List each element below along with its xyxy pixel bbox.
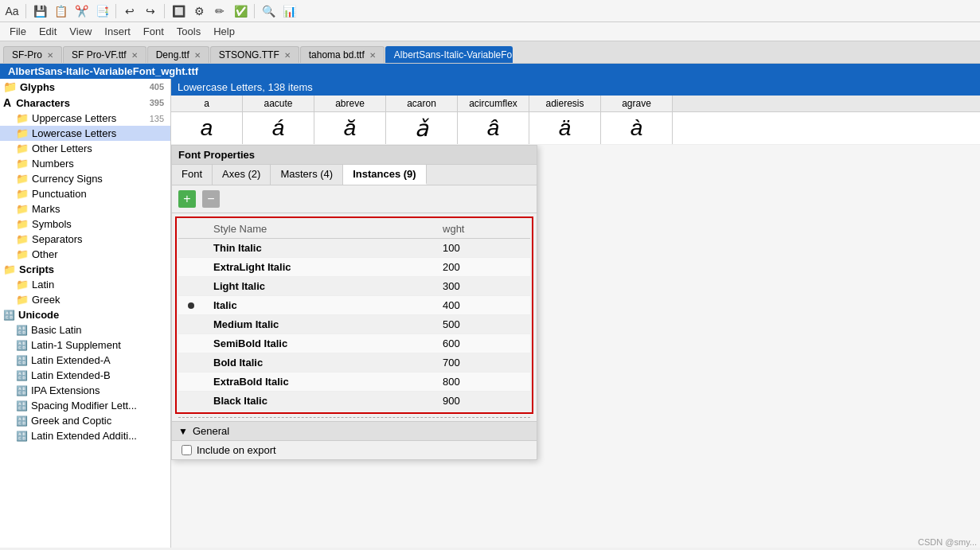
menu-help[interactable]: Help [207, 24, 241, 39]
sidebar-item-latin-ext-a[interactable]: 🔠 Latin Extended-A [0, 353, 170, 368]
folder-icon: 📁 [16, 112, 29, 124]
sidebar-item-label: Symbols [32, 218, 72, 230]
table-row[interactable]: Bold Italic700 [178, 353, 530, 373]
instance-wght: 600 [433, 334, 530, 353]
sidebar-item-separators[interactable]: 📁 Separators [0, 232, 170, 247]
include-export-row: Include on export [172, 441, 537, 459]
toolbar-btn-9[interactable]: 📊 [280, 2, 298, 20]
include-export-label: Include on export [197, 444, 276, 456]
folder-icon: 📁 [16, 203, 29, 215]
toolbar-btn-undo[interactable]: ↩ [121, 2, 139, 20]
glyph-col-aacute: aacute [243, 96, 314, 111]
sidebar-item-greek[interactable]: 📁 Greek [0, 292, 170, 307]
toolbar-btn-7[interactable]: ✏ [211, 2, 228, 20]
menu-edit[interactable]: Edit [33, 24, 63, 39]
include-export-checkbox[interactable] [182, 445, 192, 455]
table-row[interactable]: Italic400 [178, 296, 530, 315]
toolbar-btn-8[interactable]: ✅ [232, 2, 249, 20]
glyph-char-acircumflex[interactable]: â [458, 112, 529, 144]
toolbar-btn-redo[interactable]: ↪ [142, 2, 159, 20]
sidebar-item-basic-latin[interactable]: 🔠 Basic Latin [0, 322, 170, 337]
tab-sfprovf[interactable]: SF Pro-VF.ttf ✕ [63, 46, 146, 63]
sidebar-section-unicode[interactable]: 🔠 Unicode [0, 307, 170, 322]
fp-tab-font[interactable]: Font [172, 165, 213, 185]
table-row[interactable]: Thin Italic100 [178, 239, 530, 258]
sidebar-item-symbols[interactable]: 📁 Symbols [0, 216, 170, 232]
glyph-col-acircumflex: acircumflex [458, 96, 529, 111]
toolbar-btn-1[interactable]: Aa [3, 2, 21, 20]
sidebar-section-scripts[interactable]: 📁 Scripts [0, 262, 170, 277]
sidebar-item-label: Other Letters [32, 142, 92, 154]
glyph-char-aacute[interactable]: á [243, 112, 314, 144]
sidebar-item-greek-coptic[interactable]: 🔠 Greek and Coptic [0, 413, 170, 428]
fp-tab-axes[interactable]: Axes (2) [213, 165, 271, 185]
sidebar-item-other-letters[interactable]: 📁 Other Letters [0, 141, 170, 156]
glyph-char-adieresis[interactable]: ä [529, 112, 601, 144]
menu-view[interactable]: View [63, 24, 98, 39]
fp-tab-instances[interactable]: Instances (9) [343, 165, 426, 185]
general-header[interactable]: ▼ General [172, 422, 537, 441]
toolbar-btn-zoom[interactable]: 🔍 [260, 2, 277, 20]
sidebar-item-currency[interactable]: 📁 Currency Signs [0, 171, 170, 186]
table-row[interactable]: ExtraLight Italic200 [178, 258, 530, 277]
instance-style-name: Bold Italic [204, 353, 433, 373]
sidebar-item-latin[interactable]: 📁 Latin [0, 277, 170, 292]
sidebar-section-characters[interactable]: A Characters 395 [0, 95, 170, 111]
toolbar-btn-cut[interactable]: ✂️ [72, 2, 90, 20]
glyph-char-a[interactable]: a [171, 112, 243, 144]
table-row[interactable]: SemiBold Italic600 [178, 334, 530, 353]
sidebar-item-label: IPA Extensions [31, 384, 100, 396]
table-row[interactable]: Medium Italic500 [178, 315, 530, 334]
toolbar-btn-copy[interactable]: 📋 [52, 2, 69, 20]
tab-stsong[interactable]: STSONG.TTF ✕ [210, 46, 299, 63]
instances-table: Style Name wght Thin Italic100ExtraLight… [178, 220, 530, 411]
fp-tab-masters[interactable]: Masters (4) [271, 165, 343, 185]
sidebar-item-numbers[interactable]: 📁 Numbers [0, 156, 170, 171]
sidebar-item-lowercase[interactable]: 📁 Lowercase Letters [0, 126, 170, 141]
table-row[interactable]: Black Italic900 [178, 392, 530, 411]
tab-close-icon[interactable]: ✕ [131, 51, 138, 60]
sidebar-item-label: Marks [32, 203, 60, 215]
sidebar-item-uppercase[interactable]: 📁 Uppercase Letters 135 [0, 111, 170, 126]
glyph-char-acaron[interactable]: ǎ [386, 112, 458, 144]
sidebar-item-latin-ext-add[interactable]: 🔠 Latin Extended Additi... [0, 428, 170, 443]
tab-close-icon[interactable]: ✕ [369, 51, 376, 60]
sidebar-item-latin1[interactable]: 🔠 Latin-1 Supplement [0, 337, 170, 353]
toolbar-btn-paste[interactable]: 📑 [93, 2, 111, 20]
menu-insert[interactable]: Insert [98, 24, 137, 39]
toolbar-btn-6[interactable]: ⚙ [190, 2, 208, 20]
folder-icon: 📁 [16, 294, 29, 306]
sidebar-item-punctuation[interactable]: 📁 Punctuation [0, 186, 170, 201]
tab-deng[interactable]: Deng.ttf ✕ [147, 46, 209, 63]
fp-add-button[interactable]: + [178, 190, 196, 208]
sidebar-section-glyphs[interactable]: 📁 Glyphs 405 [0, 79, 170, 95]
toolbar-btn-5[interactable]: 🔲 [170, 2, 187, 20]
sidebar-item-spacing-mod[interactable]: 🔠 Spacing Modifier Lett... [0, 398, 170, 413]
glyph-char-abreve[interactable]: ă [314, 112, 386, 144]
tab-close-icon[interactable]: ✕ [284, 51, 291, 60]
menubar: File Edit View Insert Font Tools Help [0, 22, 980, 41]
tab-sfpro[interactable]: SF-Pro ✕ [3, 46, 62, 63]
fp-remove-button[interactable]: − [202, 190, 220, 208]
menu-file[interactable]: File [3, 24, 33, 39]
tab-tahoma[interactable]: tahoma bd.ttf ✕ [300, 46, 385, 63]
tab-albert[interactable]: AlbertSans-Italic-VariableFo... ✕ [385, 46, 513, 63]
unicode-icon: 🔠 [16, 415, 28, 427]
sidebar-item-other[interactable]: 📁 Other [0, 247, 170, 262]
table-row[interactable]: Light Italic300 [178, 277, 530, 296]
menu-tools[interactable]: Tools [170, 24, 207, 39]
sidebar-item-label: Latin Extended-A [31, 354, 111, 366]
menu-font[interactable]: Font [137, 24, 170, 39]
glyph-char-agrave[interactable]: à [601, 112, 673, 144]
tab-close-icon[interactable]: ✕ [47, 51, 53, 60]
sidebar-section-label: Scripts [19, 263, 54, 275]
instance-wght: 100 [433, 239, 530, 258]
sidebar-item-label: Lowercase Letters [32, 127, 116, 139]
toolbar-btn-save[interactable]: 💾 [31, 2, 49, 20]
tab-label: SF Pro-VF.ttf [72, 49, 127, 60]
table-row[interactable]: ExtraBold Italic800 [178, 373, 530, 392]
tab-close-icon[interactable]: ✕ [194, 51, 201, 60]
sidebar-item-marks[interactable]: 📁 Marks [0, 201, 170, 216]
sidebar-item-latin-ext-b[interactable]: 🔠 Latin Extended-B [0, 368, 170, 383]
sidebar-item-ipa[interactable]: 🔠 IPA Extensions [0, 383, 170, 398]
